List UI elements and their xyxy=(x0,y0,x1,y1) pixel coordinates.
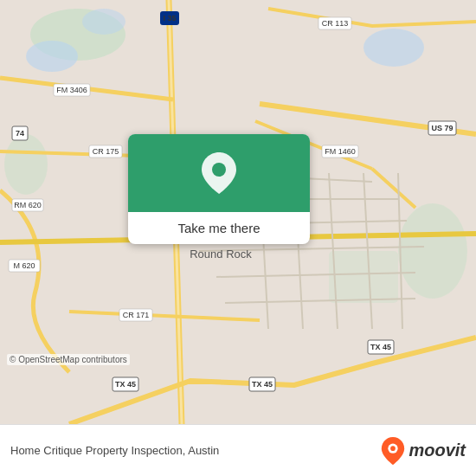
svg-text:TX 45: TX 45 xyxy=(252,380,273,389)
svg-text:I 35: I 35 xyxy=(163,14,176,23)
copyright-text: © OpenStreetMap contributors xyxy=(7,354,130,365)
svg-text:74: 74 xyxy=(16,129,24,138)
svg-text:FM 3406: FM 3406 xyxy=(56,86,87,94)
svg-point-4 xyxy=(363,29,424,67)
svg-point-5 xyxy=(398,203,467,299)
popup-card[interactable]: Take me there xyxy=(128,134,310,244)
moovit-logo: moovit xyxy=(381,437,466,465)
moovit-brand-text: moovit xyxy=(408,441,466,460)
location-pin-icon xyxy=(202,152,236,194)
svg-text:CR 175: CR 175 xyxy=(93,147,119,156)
svg-text:RM 620: RM 620 xyxy=(14,201,42,209)
svg-text:CR 171: CR 171 xyxy=(123,311,150,319)
svg-text:Round Rock: Round Rock xyxy=(190,248,252,261)
business-info: Home Critique Property Inspection, Austi… xyxy=(10,444,219,457)
svg-text:FM 1460: FM 1460 xyxy=(325,147,356,156)
moovit-pin-icon xyxy=(381,437,405,465)
take-me-there-button[interactable]: Take me there xyxy=(128,212,310,244)
svg-text:TX 45: TX 45 xyxy=(115,380,136,389)
svg-rect-6 xyxy=(329,251,398,303)
svg-text:M 620: M 620 xyxy=(13,261,35,270)
svg-point-2 xyxy=(26,41,78,72)
popup-header xyxy=(128,134,310,212)
svg-point-37 xyxy=(391,446,396,451)
svg-point-35 xyxy=(212,163,226,177)
svg-text:TX 45: TX 45 xyxy=(370,343,391,351)
map-container: I 35 CR 113 FM 3406 74 CR 175 FM 1460 US… xyxy=(0,0,476,424)
svg-point-3 xyxy=(82,9,125,35)
svg-point-7 xyxy=(4,134,48,195)
svg-text:CR 113: CR 113 xyxy=(322,19,349,28)
bottom-bar: Home Critique Property Inspection, Austi… xyxy=(0,424,476,476)
svg-text:US 79: US 79 xyxy=(431,124,453,132)
